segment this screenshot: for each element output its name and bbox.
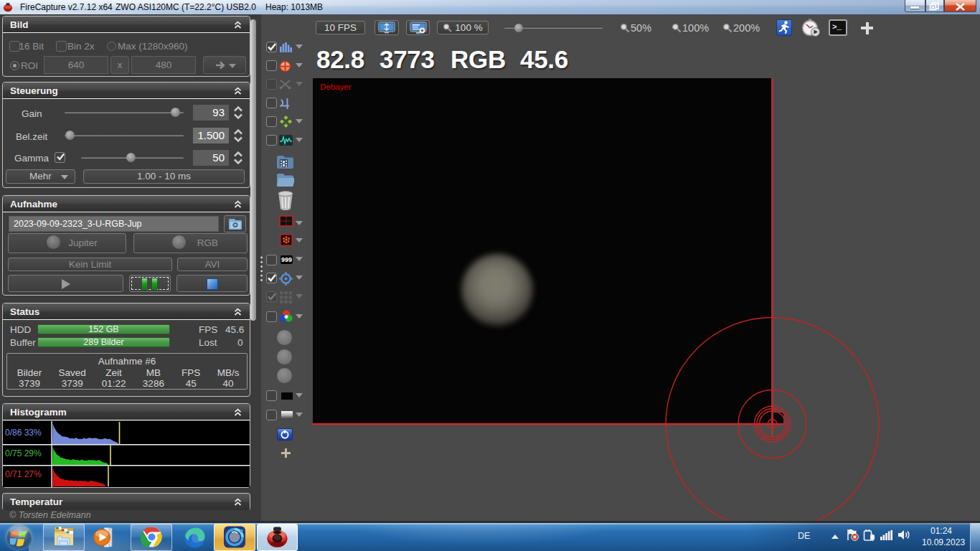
svg-text:0/71 27%: 0/71 27%: [5, 469, 42, 479]
svg-text:0/75 29%: 0/75 29%: [5, 448, 42, 458]
svg-text:0/86 33%: 0/86 33%: [5, 428, 42, 438]
